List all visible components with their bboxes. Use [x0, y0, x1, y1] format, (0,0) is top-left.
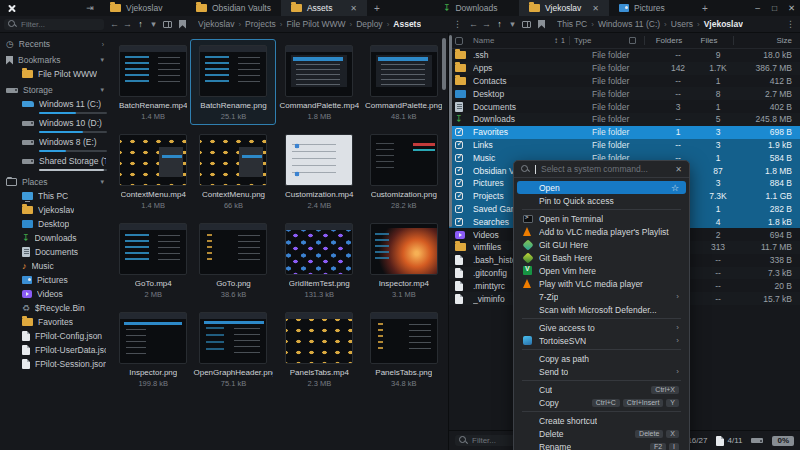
- back-button[interactable]: ←: [108, 19, 121, 29]
- grid-item-panelstabs-mp4[interactable]: PanelsTabs.mp42.3 MB: [276, 306, 362, 392]
- table-row-contacts[interactable]: ContactsFile folder--1412 B: [449, 75, 800, 88]
- maximize-button[interactable]: □: [766, 0, 783, 16]
- menu-item-play-with-vlc-media-player[interactable]: Play with VLC media player: [517, 277, 686, 290]
- forward-button[interactable]: →: [121, 19, 134, 29]
- grid-item-inspector-png[interactable]: Inspector.png199.8 kB: [116, 306, 190, 392]
- breadcrumb-projects[interactable]: Projects: [245, 19, 276, 29]
- history-dropdown-icon[interactable]: ▾: [147, 19, 160, 29]
- grid-item-contextmenu-png[interactable]: ContextMenu.png66 kB: [190, 128, 276, 214]
- tab-pictures[interactable]: Pictures: [609, 0, 695, 16]
- grid-item-goto-png[interactable]: GoTo.png38.6 kB: [190, 217, 276, 303]
- row-checkbox[interactable]: [455, 205, 463, 213]
- column-header-type[interactable]: Type: [574, 36, 640, 45]
- grid-item-opengraphheader-png[interactable]: OpenGraphHeader.png75.1 kB: [190, 306, 276, 392]
- grid-item-griditemtest-png[interactable]: GridItemTest.png131.3 kB: [276, 217, 362, 303]
- sidebar-item-vjekoslav[interactable]: Vjekoslav: [0, 203, 110, 217]
- type-filter-icon[interactable]: [629, 37, 636, 44]
- row-checkbox[interactable]: [455, 154, 463, 162]
- menu-item-copy-as-path[interactable]: Copy as path: [517, 352, 686, 365]
- bookmark-icon[interactable]: [538, 20, 545, 29]
- menu-item-pin-to-quick-access[interactable]: Pin to Quick access: [517, 194, 686, 207]
- sidebar-filter[interactable]: [4, 19, 104, 30]
- table-row-favorites[interactable]: FavoritesFile folder13698 B: [449, 126, 800, 139]
- minimize-button[interactable]: –: [749, 0, 766, 16]
- up-button[interactable]: ↑: [493, 19, 506, 29]
- table-row-apps[interactable]: AppsFile folder1421.7K386.7 MB: [449, 62, 800, 75]
- menu-item-git-bash-here[interactable]: Git Bash Here: [517, 251, 686, 264]
- table-row-desktop[interactable]: DesktopFile folder--82.7 MB: [449, 87, 800, 100]
- menu-item-scan-with-microsoft-defender[interactable]: Scan with Microsoft Defender...: [517, 303, 686, 316]
- tab-close-icon[interactable]: ✕: [586, 4, 599, 13]
- list-scrollbar[interactable]: [449, 35, 452, 227]
- sidebar-filter-input[interactable]: [21, 20, 100, 29]
- tab-obsidian-vaults[interactable]: Obsidian Vaults: [186, 0, 281, 16]
- sidebar-section-header-bookmarks[interactable]: Bookmarks▾: [0, 53, 110, 67]
- chevron-icon[interactable]: ▾: [100, 178, 104, 186]
- sidebar-toggle-icon[interactable]: ⇥: [80, 0, 100, 16]
- row-checkbox[interactable]: [455, 192, 463, 200]
- menu-item-send-to[interactable]: Send to›: [517, 365, 686, 378]
- grid-item-contextmenu-mp4[interactable]: ContextMenu.mp41.4 MB: [116, 128, 190, 214]
- grid-item-panelstabs-png[interactable]: PanelsTabs.png34.8 kB: [362, 306, 445, 392]
- sidebar-section-header-recents[interactable]: ◷Recents›: [0, 37, 110, 51]
- sidebar-item-windows-10-d[interactable]: Windows 10 (D:): [0, 116, 110, 135]
- sidebar-item-fpilot-session-json[interactable]: FPilot-Session.json: [0, 357, 110, 371]
- menu-item-give-access-to[interactable]: Give access to›: [517, 321, 686, 334]
- table-row-documents[interactable]: DocumentsFile folder31402 B: [449, 100, 800, 113]
- menu-item-cut[interactable]: CutCtrl+X: [517, 383, 686, 396]
- grid-item-goto-mp4[interactable]: GoTo.mp42 MB: [116, 217, 190, 303]
- sidebar-item-this-pc[interactable]: This PC: [0, 189, 110, 203]
- grid-item-customization-png[interactable]: Customization.png28.2 kB: [362, 128, 445, 214]
- menu-item-rename[interactable]: RenameF2I: [517, 440, 686, 450]
- column-header-size[interactable]: Size: [738, 36, 800, 45]
- sidebar-item-videos[interactable]: Videos: [0, 287, 110, 301]
- breadcrumb-windows-11-c[interactable]: Windows 11 (C:): [598, 19, 660, 29]
- sort-icon[interactable]: ↕: [554, 36, 558, 45]
- breadcrumb-file-pilot-www[interactable]: File Pilot WWW: [286, 19, 345, 29]
- sidebar-item-windows-11-c[interactable]: Windows 11 (C:): [0, 97, 110, 116]
- breadcrumb-vjekoslav[interactable]: Vjekoslav: [704, 19, 743, 29]
- tab-downloads[interactable]: ↧Downloads: [433, 0, 519, 16]
- table-row-ssh[interactable]: .sshFile folder--918.0 kB: [449, 49, 800, 62]
- breadcrumb-users[interactable]: Users: [671, 19, 693, 29]
- select-all-checkbox[interactable]: [455, 37, 463, 45]
- command-search[interactable]: Select a system command... ✕: [514, 161, 689, 178]
- breadcrumb-assets[interactable]: Assets: [393, 19, 421, 29]
- sidebar-item-pictures[interactable]: Pictures: [0, 273, 110, 287]
- column-header-folders[interactable]: Folders: [649, 36, 689, 45]
- sidebar-item-recycle-bin[interactable]: ♻$Recycle.Bin: [0, 301, 110, 315]
- sidebar-item-fpilot-userdata-json[interactable]: FPilot-UserData.json: [0, 343, 110, 357]
- chevron-icon[interactable]: ›: [102, 41, 104, 48]
- row-checkbox[interactable]: [455, 179, 463, 187]
- grid-item-inspector-mp4[interactable]: Inspector.mp43.1 MB: [362, 217, 445, 303]
- breadcrumb-this-pc[interactable]: This PC: [557, 19, 587, 29]
- close-button[interactable]: ✕: [783, 0, 800, 16]
- sidebar-item-desktop[interactable]: Desktop: [0, 217, 110, 231]
- up-button[interactable]: ↑: [134, 19, 147, 29]
- bookmark-icon[interactable]: [179, 20, 186, 29]
- tab-assets[interactable]: Assets✕: [281, 0, 367, 16]
- tab-vjekoslav[interactable]: Vjekoslav: [100, 0, 186, 16]
- split-view-icon[interactable]: [163, 21, 172, 28]
- grid-item-commandpalette-mp4[interactable]: CommandPalette.mp41.8 MB: [276, 39, 362, 125]
- column-header-name[interactable]: Name↕1: [473, 36, 565, 45]
- tab-vjekoslav[interactable]: Vjekoslav✕: [519, 0, 609, 16]
- row-checkbox[interactable]: [455, 218, 463, 226]
- row-checkbox[interactable]: [455, 167, 463, 175]
- sidebar-item-documents[interactable]: Documents: [0, 245, 110, 259]
- chevron-icon[interactable]: ▾: [100, 56, 104, 64]
- breadcrumb-vjekoslav[interactable]: Vjekoslav: [198, 19, 234, 29]
- sidebar-section-header-storage[interactable]: Storage▾: [0, 83, 110, 97]
- menu-item-open-in-terminal[interactable]: Open in Terminal: [517, 212, 686, 225]
- favorite-star-icon[interactable]: ☆: [671, 183, 679, 193]
- split-view-icon[interactable]: [522, 21, 531, 28]
- sidebar-item-music[interactable]: ♪Music: [0, 259, 110, 273]
- menu-item-open-vim-here[interactable]: Open Vim here: [517, 264, 686, 277]
- sidebar-item-fpilot-config-json[interactable]: FPilot-Config.json: [0, 329, 110, 343]
- sidebar-item-shared-storage-t[interactable]: Shared Storage (T:): [0, 154, 110, 173]
- sidebar-item-windows-8-e[interactable]: Windows 8 (E:): [0, 135, 110, 154]
- table-row-links[interactable]: LinksFile folder--31.9 kB: [449, 139, 800, 152]
- sidebar-section-header-places[interactable]: Places▾: [0, 175, 110, 189]
- new-tab-button[interactable]: +: [695, 0, 715, 16]
- menu-item-copy[interactable]: CopyCtrl+CCtrl+InsertY: [517, 396, 686, 409]
